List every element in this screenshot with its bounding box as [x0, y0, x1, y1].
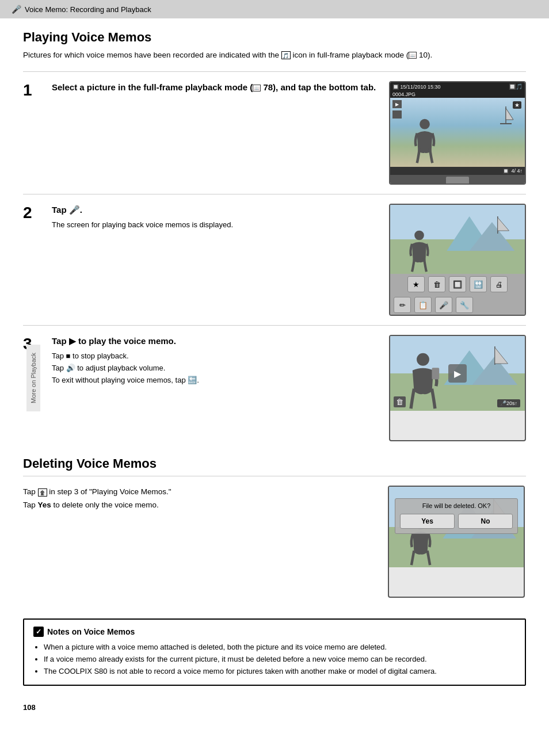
deleting-section: Deleting Voice Memos Tap 🗑 in step 3 of …	[23, 456, 526, 607]
notes-title: ✓ Notes on Voice Memos	[33, 627, 516, 637]
deleting-title: Deleting Voice Memos	[23, 456, 526, 471]
header-title: Voice Memo: Recording and Playback	[25, 5, 151, 14]
note-item-2: If a voice memo already exists for the c…	[44, 654, 516, 666]
notes-list: When a picture with a voice memo attache…	[33, 642, 516, 677]
note-item-3: The COOLPIX S80 is not able to record a …	[44, 666, 516, 678]
svg-marker-2	[506, 108, 513, 120]
deleting-row: Tap 🗑 in step 3 of "Playing Voice Memos.…	[23, 476, 526, 607]
mic-icon-header: 🎤	[12, 5, 21, 14]
note-item-1: When a picture with a voice memo attache…	[44, 642, 516, 654]
step-1-text: Select a picture in the full-frame playb…	[52, 81, 376, 97]
yes-button[interactable]: Yes	[400, 514, 455, 529]
svg-point-17	[417, 353, 429, 366]
step-1-row: 1 Select a picture in the full-frame pla…	[23, 71, 526, 194]
step-1-number: 1	[23, 82, 40, 98]
step-1-image: 🔲 15/11/2010 15:30 🔲🎵 0004.JPG ★ ▶	[388, 81, 526, 185]
step-2-number: 2	[23, 205, 40, 221]
playing-section: Playing Voice Memos Pictures for which v…	[23, 30, 526, 61]
checkmark-icon: ✓	[33, 627, 44, 637]
svg-point-0	[420, 119, 430, 129]
sidebar-label: More on Playback	[26, 345, 40, 411]
playing-intro: Pictures for which voice memos have been…	[23, 49, 526, 61]
notes-box: ✓ Notes on Voice Memos When a picture wi…	[23, 618, 526, 685]
deleting-image: ⏻	[388, 486, 526, 598]
delete-dialog-text: File will be deleted. OK?	[400, 502, 513, 509]
no-button[interactable]: No	[458, 514, 513, 529]
step-3-text: Tap ▶ to play the voice memo. Tap ■ to s…	[52, 335, 376, 386]
step-2-row: 2 Tap 🎤. The screen for playing back voi…	[23, 194, 526, 325]
header-bar: 🎤 Voice Memo: Recording and Playback	[0, 0, 549, 18]
step-3-image: 🔙	[388, 335, 526, 441]
deleting-text: Tap 🗑 in step 3 of "Playing Voice Memos.…	[23, 486, 376, 512]
step-2-image: 🔲 ▶ ★	[388, 204, 526, 316]
svg-point-10	[414, 231, 424, 240]
step-2-text: Tap 🎤. The screen for playing back voice…	[52, 204, 376, 231]
step-3-row: 3 Tap ▶ to play the voice memo. Tap ■ to…	[23, 325, 526, 450]
page-number: 108	[0, 697, 549, 717]
svg-rect-18	[432, 368, 439, 380]
delete-dialog: File will be deleted. OK? Yes No	[395, 498, 518, 534]
playing-title: Playing Voice Memos	[23, 30, 526, 45]
